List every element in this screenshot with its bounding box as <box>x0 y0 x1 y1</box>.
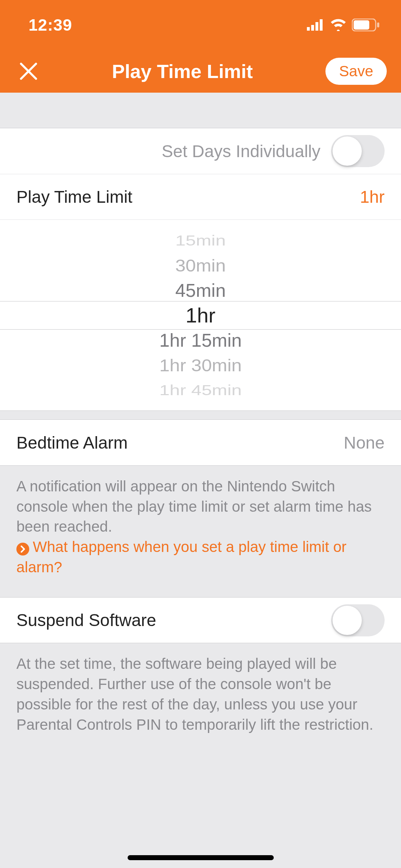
svg-rect-3 <box>320 19 323 31</box>
picker-option[interactable]: 1hr 45min <box>0 380 401 400</box>
svg-rect-0 <box>307 27 310 31</box>
row-bedtime-alarm[interactable]: Bedtime Alarm None <box>0 420 401 465</box>
play-time-limit-value: 1hr <box>360 187 385 207</box>
nav-bar: Play Time Limit Save <box>0 50 401 93</box>
picker-option[interactable]: Not restricted <box>0 219 401 223</box>
content: Set Days Individually Play Time Limit 1h… <box>0 93 401 755</box>
status-time: 12:39 <box>29 15 72 35</box>
suspend-software-label: Suspend Software <box>16 610 156 630</box>
picker-option[interactable]: 1hr 15min <box>0 328 401 353</box>
info-suspend: At the set time, the software being play… <box>0 643 401 755</box>
picker-option[interactable]: 15min <box>0 231 401 250</box>
spacer <box>0 410 401 420</box>
picker-option[interactable]: 1hr 30min <box>0 353 401 376</box>
picker-option[interactable]: 2hr <box>0 407 401 410</box>
home-indicator <box>128 855 274 860</box>
close-button[interactable] <box>18 61 39 82</box>
close-icon <box>19 62 38 81</box>
cellular-icon <box>307 19 325 31</box>
bedtime-alarm-value: None <box>344 433 385 453</box>
set-days-label: Set Days Individually <box>161 141 320 161</box>
chevron-right-icon <box>16 543 29 556</box>
info-link[interactable]: What happens when you set a play time li… <box>16 538 346 575</box>
svg-rect-5 <box>354 20 369 30</box>
picker-option-selected[interactable]: 1hr <box>0 303 401 328</box>
bedtime-alarm-label: Bedtime Alarm <box>16 433 128 453</box>
set-days-toggle[interactable] <box>331 135 385 167</box>
play-time-limit-label: Play Time Limit <box>16 187 132 207</box>
svg-rect-2 <box>315 22 318 31</box>
suspend-software-toggle[interactable] <box>331 604 385 636</box>
svg-rect-6 <box>377 22 379 27</box>
picker-option[interactable]: 30min <box>0 254 401 277</box>
info-bedtime-text: A notification will appear on the Ninten… <box>16 478 372 535</box>
picker-option[interactable]: 45min <box>0 278 401 303</box>
page-title: Play Time Limit <box>112 60 253 82</box>
spacer <box>0 93 401 128</box>
row-set-days-individually[interactable]: Set Days Individually <box>0 128 401 174</box>
row-play-time-limit[interactable]: Play Time Limit 1hr <box>0 174 401 219</box>
battery-icon <box>352 19 380 31</box>
svg-rect-1 <box>311 25 314 31</box>
row-suspend-software[interactable]: Suspend Software <box>0 597 401 643</box>
status-icons <box>307 19 380 31</box>
wifi-icon <box>330 19 347 31</box>
status-bar: 12:39 <box>0 0 401 50</box>
info-bedtime: A notification will appear on the Ninten… <box>0 465 401 597</box>
time-picker[interactable]: Not restricted 15min 30min 45min 1hr 1hr… <box>0 219 401 410</box>
info-link-text: What happens when you set a play time li… <box>16 538 346 575</box>
save-button[interactable]: Save <box>325 58 387 85</box>
info-suspend-text: At the set time, the software being play… <box>16 655 373 733</box>
